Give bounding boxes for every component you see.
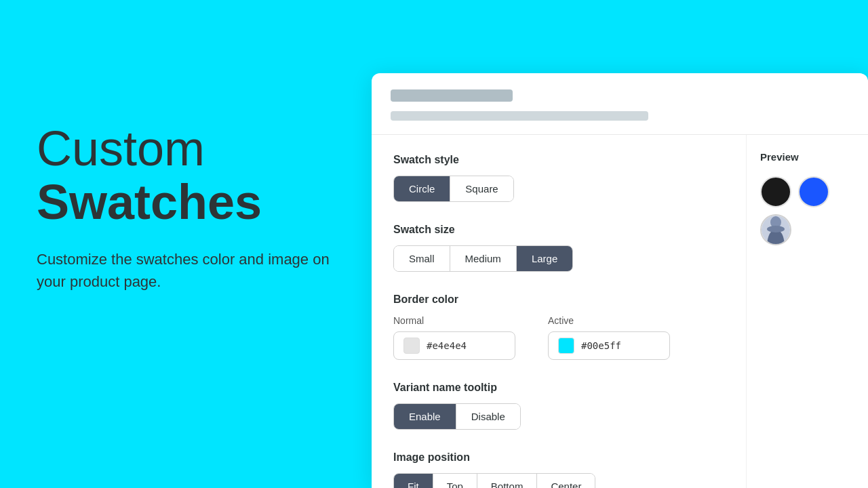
preview-swatch-blue (798, 176, 829, 207)
image-position-top-button[interactable]: Top (433, 474, 477, 488)
subtitle: Customize the swatches color and image o… (37, 248, 335, 293)
swatch-size-small-button[interactable]: Small (394, 246, 450, 271)
variant-tooltip-label: Variant name tooltip (393, 382, 724, 394)
normal-color-value: #e4e4e4 (427, 340, 467, 351)
swatch-style-circle-button[interactable]: Circle (394, 176, 450, 201)
swatch-size-label: Swatch size (393, 224, 724, 236)
main-title-bold: Swatches (37, 176, 335, 229)
preview-swatches (760, 176, 854, 245)
preview-swatch-navy (760, 214, 791, 245)
image-position-label: Image position (393, 451, 724, 464)
border-color-section: Border color Normal #e4e4e4 Active #0 (393, 293, 724, 360)
border-color-label: Border color (393, 293, 724, 306)
variant-tooltip-section: Variant name tooltip Enable Disable (393, 382, 724, 430)
active-color-group: Active #00e5ff (548, 315, 670, 360)
skeleton-subtitle (391, 111, 648, 121)
normal-color-group: Normal #e4e4e4 (393, 315, 515, 360)
normal-color-input[interactable]: #e4e4e4 (393, 331, 515, 360)
active-color-value: #00e5ff (581, 340, 621, 351)
swatch-style-section: Swatch style Circle Square (393, 154, 724, 202)
border-color-row: Normal #e4e4e4 Active #00e5ff (393, 315, 724, 360)
normal-color-swatch (403, 338, 420, 354)
active-color-swatch (558, 338, 574, 354)
panel-main: Swatch style Circle Square Swatch size S… (372, 135, 746, 488)
settings-panel: Swatch style Circle Square Swatch size S… (372, 73, 868, 488)
image-position-section: Image position Fit Top Bottom Center (393, 451, 724, 488)
swatch-size-large-button[interactable]: Large (517, 246, 572, 271)
left-content: Custom Swatches Customize the swatches c… (37, 122, 335, 293)
image-position-bottom-button[interactable]: Bottom (477, 474, 538, 488)
main-title: Custom Swatches (37, 122, 335, 229)
image-position-fit-button[interactable]: Fit (394, 474, 433, 488)
variant-tooltip-disable-button[interactable]: Disable (456, 404, 520, 429)
swatch-size-group: Small Medium Large (393, 245, 573, 272)
variant-tooltip-group: Enable Disable (393, 403, 521, 430)
swatch-size-medium-button[interactable]: Medium (450, 246, 517, 271)
active-color-label: Active (548, 315, 670, 326)
swatch-style-group: Circle Square (393, 176, 514, 202)
preview-label: Preview (760, 151, 854, 163)
panel-header (372, 73, 868, 135)
swatch-size-section: Swatch size Small Medium Large (393, 224, 724, 272)
image-position-group: Fit Top Bottom Center (393, 473, 595, 488)
swatch-style-label: Swatch style (393, 154, 724, 166)
image-position-center-button[interactable]: Center (537, 474, 595, 488)
panel-body: Swatch style Circle Square Swatch size S… (372, 135, 868, 488)
skeleton-title (391, 89, 513, 102)
swatch-style-square-button[interactable]: Square (450, 176, 513, 201)
variant-tooltip-enable-button[interactable]: Enable (394, 404, 456, 429)
normal-color-label: Normal (393, 315, 515, 326)
svg-point-2 (767, 226, 785, 232)
active-color-input[interactable]: #00e5ff (548, 331, 670, 360)
preview-panel: Preview (746, 135, 868, 488)
preview-swatch-black (760, 176, 791, 207)
